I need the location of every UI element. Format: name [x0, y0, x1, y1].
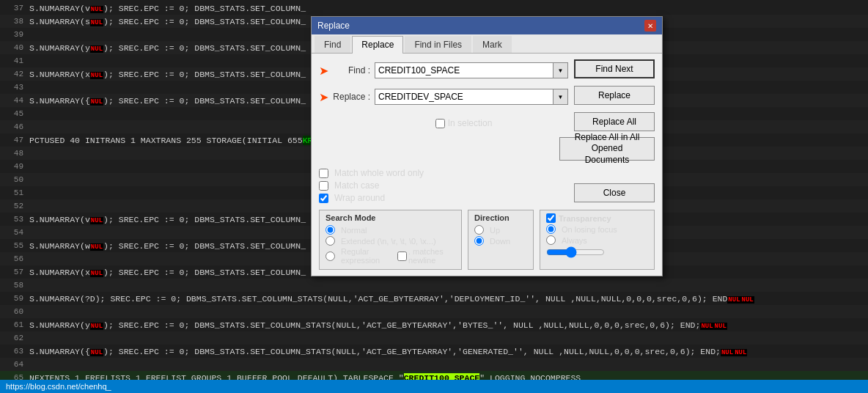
find-what-dropdown[interactable]: ▼ [553, 62, 568, 78]
search-mode-box: Search Mode Normal Extended (\n, \r, \t,… [319, 210, 462, 270]
replace-with-dropdown[interactable]: ▼ [553, 89, 568, 105]
dialog-titlebar: Replace ✕ [312, 17, 662, 34]
line-number: 47 [3, 136, 23, 144]
match-whole-word-label: Match whole word only [334, 168, 424, 178]
line-number: 54 [3, 228, 23, 237]
line-number: 37 [3, 4, 23, 12]
transparency-slider-container [546, 246, 648, 258]
code-line: 59S.NUMARRAY(?D); SREC.EPC := 0; DBMS_ST… [0, 292, 868, 305]
search-mode-title: Search Mode [326, 213, 455, 222]
in-selection-label: In selection [448, 118, 493, 128]
direction-down-row: Down [474, 236, 527, 246]
line-number: 48 [3, 149, 23, 158]
find-next-button[interactable]: Find Next [574, 59, 655, 78]
transparency-losing-focus-radio[interactable] [546, 224, 556, 234]
search-regex-row: Regular expression . matches newline [326, 247, 455, 265]
line-number: 49 [3, 162, 23, 171]
line-number: 42 [3, 70, 23, 78]
line-number: 46 [3, 122, 23, 131]
in-selection-container: In selection [359, 112, 568, 134]
line-number: 44 [3, 96, 23, 105]
find-buttons: Find Next [574, 59, 655, 81]
code-line: 58 [0, 279, 868, 292]
line-number: 56 [3, 254, 23, 263]
code-line: 37S.NUMARRAY(vNUL); SREC.EPC := 0; DBMS_… [0, 1, 868, 15]
replace-dialog[interactable]: Replace ✕ Find Replace Find in Files Mar… [311, 16, 663, 276]
direction-title: Direction [474, 213, 527, 222]
search-normal-row: Normal [326, 225, 455, 235]
replace-with-label: Replace : [330, 92, 370, 102]
match-whole-word-row: Match whole word only [319, 168, 568, 178]
line-number: 40 [3, 43, 23, 52]
line-number: 59 [3, 294, 23, 303]
tab-find-in-files[interactable]: Find in Files [405, 36, 471, 53]
status-bar: https://blog.csdn.net/chenhq_ [0, 380, 868, 393]
replace-with-row: ➤ Replace : ▼ Replace [319, 86, 655, 108]
match-whole-word-checkbox[interactable] [319, 169, 328, 178]
line-number: 63 [3, 347, 23, 356]
transparency-losing-focus-row: On losing focus [546, 224, 648, 234]
wrap-around-row: Wrap around [319, 193, 568, 203]
replace-buttons: Replace [574, 86, 655, 108]
match-case-checkbox[interactable] [319, 181, 328, 191]
line-number: 52 [3, 202, 23, 210]
find-what-label: Find : [330, 65, 370, 76]
find-what-row: ➤ Find : ▼ Find Next [319, 59, 655, 81]
replace-button[interactable]: Replace [574, 86, 655, 105]
checkboxes-left: Match whole word only Match case Wrap ar… [319, 168, 568, 205]
tab-mark[interactable]: Mark [473, 36, 512, 53]
tab-replace[interactable]: Replace [352, 36, 403, 54]
status-text: https://blog.csdn.net/chenhq_ [6, 382, 111, 391]
replace-all-button[interactable]: Replace All [574, 112, 655, 131]
line-number: 62 [3, 334, 23, 342]
code-line: 61S.NUMARRAY(yNUL); SREC.EPC := 0; DBMS_… [0, 318, 868, 331]
direction-down-label: Down [490, 237, 510, 246]
search-extended-row: Extended (\n, \r, \t, \0, \x...) [326, 236, 455, 246]
dialog-body: ➤ Find : ▼ Find Next ➤ Replace : [312, 54, 662, 276]
transparency-always-row: Always [546, 235, 648, 245]
line-number: 51 [3, 188, 23, 197]
replace-with-input[interactable] [375, 89, 553, 105]
replace-all-opened-row: Replace All in All Opened Documents [319, 137, 655, 164]
close-button[interactable]: Close [574, 183, 655, 202]
dialog-close-button[interactable]: ✕ [644, 20, 656, 32]
checkboxes-section: Match whole word only Match case Wrap ar… [319, 168, 655, 205]
search-normal-label: Normal [341, 226, 367, 235]
search-normal-radio[interactable] [326, 225, 335, 235]
code-line: 60 [0, 305, 868, 318]
search-regex-radio[interactable] [326, 251, 335, 261]
transparency-always-label: Always [562, 236, 587, 245]
match-case-row: Match case [319, 180, 568, 191]
wrap-around-checkbox[interactable] [319, 194, 328, 203]
line-number: 50 [3, 175, 23, 184]
direction-up-label: Up [490, 226, 500, 235]
line-number: 55 [3, 241, 23, 250]
replace-all-opened-button[interactable]: Replace All in All Opened Documents [559, 137, 655, 161]
search-extended-label: Extended (\n, \r, \t, \0, \x...) [341, 237, 436, 246]
direction-up-radio[interactable] [474, 225, 484, 235]
in-selection-row: In selection Replace All [319, 112, 655, 134]
code-line: 64 [0, 358, 868, 371]
transparency-slider[interactable] [546, 246, 605, 258]
transparency-checkbox[interactable] [546, 213, 556, 223]
transparency-always-radio[interactable] [546, 235, 556, 245]
search-extended-radio[interactable] [326, 236, 335, 246]
direction-up-row: Up [474, 225, 527, 235]
matches-newline-label: . matches newline [408, 247, 455, 265]
code-line: 62 [0, 331, 868, 345]
code-line: 63S.NUMARRAY({NUL); SREC.EPC := 0; DBMS_… [0, 345, 868, 358]
line-number: 45 [3, 109, 23, 118]
code-editor: 37S.NUMARRAY(vNUL); SREC.EPC := 0; DBMS_… [0, 0, 868, 393]
transparency-label: Transparency [559, 214, 611, 223]
direction-down-radio[interactable] [474, 236, 484, 246]
matches-newline-checkbox[interactable] [397, 251, 407, 261]
modes-section: Search Mode Normal Extended (\n, \r, \t,… [319, 210, 655, 270]
transparency-checkbox-row: Transparency [546, 213, 648, 223]
transparency-box: Transparency On losing focus Always [540, 210, 655, 270]
tab-find[interactable]: Find [315, 36, 350, 53]
dialog-title: Replace [317, 21, 350, 31]
dialog-tabs: Find Replace Find in Files Mark [312, 34, 662, 54]
close-button-container: Close [574, 168, 655, 205]
find-what-input[interactable] [375, 62, 553, 78]
in-selection-checkbox[interactable] [435, 119, 445, 128]
